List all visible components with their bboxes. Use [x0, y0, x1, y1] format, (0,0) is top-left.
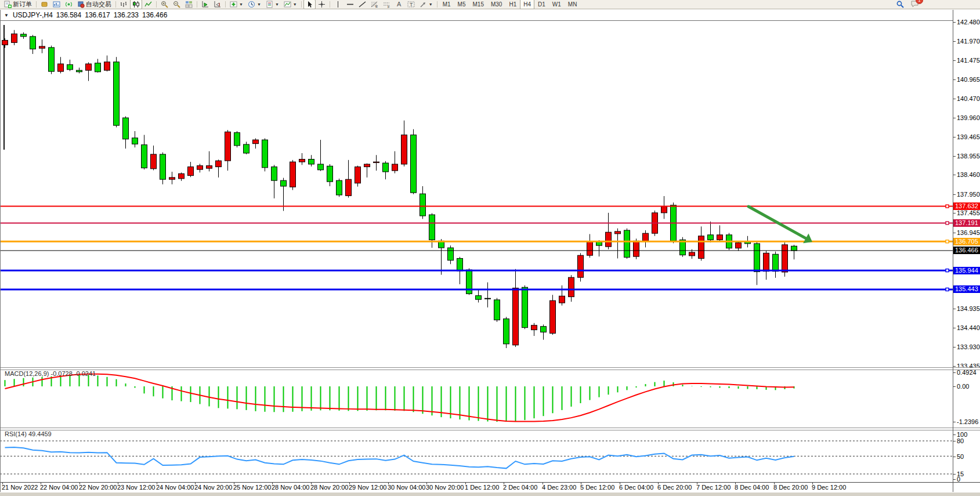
time-tick-label: 24 Nov 04:00 [156, 484, 194, 491]
time-tick-label: 22 Nov 04:00 [40, 484, 78, 491]
toolbar: 新订单自动交易▼▼▼▼EFAT▼ M1M5M15M30H1H4D1W1MN 1 [0, 0, 980, 9]
history-icon [41, 1, 48, 8]
timeframe-mn[interactable]: MN [565, 0, 581, 9]
price-tick-label: 137.455 [957, 209, 980, 216]
price-axis-border [953, 10, 953, 492]
price-label-135.443: 135.443 [953, 285, 980, 293]
channel-button[interactable]: F [381, 0, 393, 9]
timeframe-h4[interactable]: H4 [520, 0, 534, 9]
timeframe-m1[interactable]: M1 [439, 0, 454, 9]
timeframe-m5[interactable]: M5 [454, 0, 469, 9]
periods-button[interactable]: ▼ [245, 0, 263, 9]
timeframe-h1[interactable]: H1 [505, 0, 520, 9]
search-icon[interactable] [896, 1, 904, 8]
crosshair-button[interactable] [316, 0, 328, 9]
market-watch-button[interactable] [50, 0, 63, 9]
hline-handle[interactable] [946, 205, 949, 208]
price-tick-label: 142.480 [957, 19, 980, 26]
time-tick-label: 25 Nov 12:00 [233, 484, 271, 491]
signals-button[interactable] [63, 0, 75, 9]
time-tick-label: 7 Dec 12:00 [696, 484, 731, 491]
chart-symbol: USDJPY-,H4 [13, 11, 53, 19]
hline-handle[interactable] [946, 240, 949, 243]
add-indicator-button[interactable]: ▼ [227, 0, 245, 9]
price-tick-label: 139.465 [957, 133, 980, 140]
new-order-button-label: 新订单 [13, 0, 32, 9]
timeframe-d1[interactable]: D1 [534, 0, 549, 9]
time-tick-mark [812, 482, 813, 484]
ohlc-low: 136.233 [114, 11, 139, 19]
history-center-button[interactable] [38, 0, 50, 9]
toolbar-right: 1 [896, 0, 978, 10]
auto-scroll-button[interactable] [199, 0, 211, 9]
indicator-tick-label: 0.00 [957, 383, 969, 390]
chevron-down-icon: ▼ [239, 2, 243, 6]
new-order-button[interactable]: 新订单 [2, 0, 34, 9]
time-tick-mark [697, 482, 697, 484]
time-tick-mark [388, 482, 389, 484]
toolbar-separator [197, 1, 197, 8]
time-tick-mark [311, 482, 312, 484]
time-tick-label: 28 Nov 04:00 [272, 484, 309, 491]
fibonacci-button[interactable]: E [368, 0, 381, 9]
bar-chart-button[interactable] [118, 0, 130, 9]
auto-trading-button[interactable]: 自动交易 [75, 0, 114, 9]
toolbar-separator [301, 1, 302, 8]
cursor-icon [306, 1, 313, 8]
price-label-136.705: 136.705 [953, 238, 980, 245]
ohlc-open: 136.584 [56, 11, 81, 19]
line-chart-button[interactable] [142, 0, 154, 9]
time-tick-mark [195, 482, 196, 484]
horizontal-line-button[interactable] [344, 0, 356, 9]
notifications-button[interactable]: 1 [911, 0, 919, 10]
price-tick-label: 141.475 [957, 57, 980, 64]
notification-badge: 1 [916, 0, 923, 4]
time-tick-mark [620, 482, 620, 484]
chart-shift-button[interactable] [211, 0, 223, 9]
indicator-windows-button[interactable]: ▼ [281, 0, 299, 9]
vertical-line-button[interactable] [332, 0, 344, 9]
hline-handle[interactable] [946, 222, 949, 225]
price-tick-label: 139.960 [957, 114, 980, 121]
time-tick-label: 5 Dec 12:00 [580, 484, 614, 491]
toolbar-separator [36, 1, 37, 8]
time-tick-mark [79, 482, 80, 484]
price-tick-label: 133.930 [957, 343, 980, 350]
timeframe-m30[interactable]: M30 [487, 0, 505, 9]
price-tick-label: 141.970 [957, 38, 980, 45]
svg-text:F: F [388, 5, 390, 8]
chevron-down-icon: ▼ [429, 2, 433, 6]
indicator-add-icon [230, 1, 237, 8]
label-button[interactable]: T [405, 0, 417, 9]
timeframe-m15[interactable]: M15 [469, 0, 487, 9]
linechart-icon [144, 1, 152, 8]
zoom-in-icon [161, 1, 168, 8]
timeframe-w1[interactable]: W1 [549, 0, 565, 9]
text-icon: A [395, 1, 403, 8]
one-click-trading-toggle-icon[interactable]: ▼ [4, 13, 9, 18]
indicator-tick-label: -1.2396 [957, 418, 978, 425]
zoom-in-button[interactable] [158, 0, 171, 9]
time-tick-label: 6 Dec 20:00 [657, 484, 692, 491]
indicator-tick-label: 50 [957, 453, 964, 460]
chart-canvas[interactable] [0, 0, 980, 496]
macd-pane-divider[interactable] [0, 367, 980, 370]
text-button[interactable]: A [393, 0, 405, 9]
vline-icon [334, 1, 342, 8]
candlestick-chart-button[interactable] [130, 0, 142, 9]
tile-icon [185, 1, 193, 8]
templates-button[interactable]: ▼ [263, 0, 281, 9]
toolbar-separator [437, 1, 437, 8]
hline-handle[interactable] [946, 288, 949, 291]
time-tick-label: 2 Dec 04:00 [503, 484, 537, 491]
indwindow-icon [284, 1, 291, 8]
hline-handle[interactable] [946, 269, 949, 272]
shapes-button[interactable]: ▼ [417, 0, 435, 9]
trendline-button[interactable] [356, 0, 368, 9]
price-tick-label: 138.955 [957, 153, 980, 160]
tile-windows-button[interactable] [183, 0, 195, 9]
rsi-pane-divider[interactable] [0, 428, 980, 430]
zoom-out-button[interactable] [171, 0, 183, 9]
toolbar-separator [225, 1, 226, 8]
cursor-button[interactable] [303, 0, 316, 9]
